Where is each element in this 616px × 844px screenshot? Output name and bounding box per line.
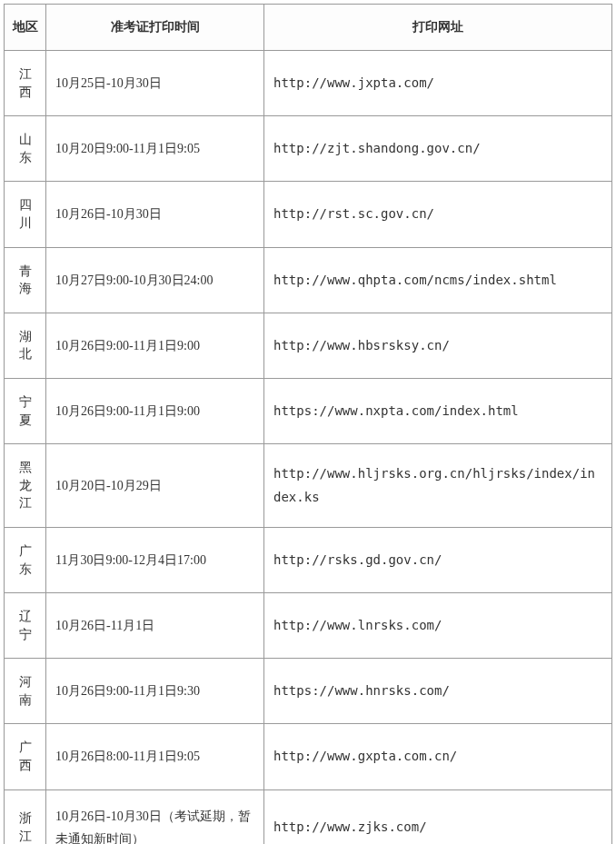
time-cell: 10月26日8:00-11月1日9:05 xyxy=(46,724,264,789)
region-cell: 辽 宁 xyxy=(5,593,46,659)
header-region: 地区 xyxy=(5,5,46,51)
table-row: 宁 夏10月26日9:00-11月1日9:00https://www.nxpta… xyxy=(5,378,612,443)
time-cell: 10月25日-10月30日 xyxy=(46,51,264,116)
table-row: 广 东11月30日9:00-12月4日17:00http://rsks.gd.g… xyxy=(5,527,612,592)
table-row: 广 西10月26日8:00-11月1日9:05http://www.gxpta.… xyxy=(5,724,612,789)
header-time: 准考证打印时间 xyxy=(46,5,264,51)
url-cell: http://rsks.gd.gov.cn/ xyxy=(264,527,612,592)
table-header-row: 地区 准考证打印时间 打印网址 xyxy=(5,5,612,51)
time-cell: 11月30日9:00-12月4日17:00 xyxy=(46,527,264,592)
table-row: 湖 北10月26日9:00-11月1日9:00http://www.hbsrsk… xyxy=(5,313,612,378)
url-cell: http://www.qhpta.com/ncms/index.shtml xyxy=(264,247,612,313)
region-cell: 河 南 xyxy=(5,659,46,724)
url-cell: http://zjt.shandong.gov.cn/ xyxy=(264,116,612,182)
time-cell: 10月26日-10月30日（考试延期，暂未通知新时间） xyxy=(46,789,264,844)
table-row: 黑 龙 江10月20日-10月29日http://www.hljrsks.org… xyxy=(5,444,612,528)
time-cell: 10月26日-10月30日 xyxy=(46,182,264,247)
time-cell: 10月26日9:00-11月1日9:00 xyxy=(46,313,264,378)
table-row: 浙 江10月26日-10月30日（考试延期，暂未通知新时间）http://www… xyxy=(5,789,612,844)
time-cell: 10月20日-10月29日 xyxy=(46,444,264,528)
url-cell: http://www.gxpta.com.cn/ xyxy=(264,724,612,789)
region-cell: 广 西 xyxy=(5,724,46,789)
region-cell: 浙 江 xyxy=(5,789,46,844)
region-cell: 宁 夏 xyxy=(5,378,46,443)
table-row: 四 川10月26日-10月30日http://rst.sc.gov.cn/ xyxy=(5,182,612,247)
region-cell: 广 东 xyxy=(5,527,46,592)
time-cell: 10月26日9:00-11月1日9:30 xyxy=(46,659,264,724)
time-cell: 10月26日9:00-11月1日9:00 xyxy=(46,378,264,443)
url-cell: http://rst.sc.gov.cn/ xyxy=(264,182,612,247)
region-cell: 湖 北 xyxy=(5,313,46,378)
url-cell: http://www.lnrsks.com/ xyxy=(264,593,612,659)
url-cell: http://www.zjks.com/ xyxy=(264,789,612,844)
region-cell: 江 西 xyxy=(5,51,46,116)
url-cell: http://www.jxpta.com/ xyxy=(264,51,612,116)
table-row: 河 南10月26日9:00-11月1日9:30https://www.hnrsk… xyxy=(5,659,612,724)
region-cell: 四 川 xyxy=(5,182,46,247)
time-cell: 10月20日9:00-11月1日9:05 xyxy=(46,116,264,182)
url-cell: https://www.nxpta.com/index.html xyxy=(264,378,612,443)
table-row: 江 西10月25日-10月30日http://www.jxpta.com/ xyxy=(5,51,612,116)
url-cell: http://www.hljrsks.org.cn/hljrsks/index/… xyxy=(264,444,612,528)
url-cell: https://www.hnrsks.com/ xyxy=(264,659,612,724)
url-cell: http://www.hbsrsksy.cn/ xyxy=(264,313,612,378)
print-schedule-table: 地区 准考证打印时间 打印网址 江 西10月25日-10月30日http://w… xyxy=(4,4,612,844)
region-cell: 黑 龙 江 xyxy=(5,444,46,528)
table-row: 辽 宁10月26日-11月1日http://www.lnrsks.com/ xyxy=(5,593,612,659)
table-row: 山 东10月20日9:00-11月1日9:05http://zjt.shando… xyxy=(5,116,612,182)
time-cell: 10月26日-11月1日 xyxy=(46,593,264,659)
table-row: 青 海10月27日9:00-10月30日24:00http://www.qhpt… xyxy=(5,247,612,313)
region-cell: 山 东 xyxy=(5,116,46,182)
region-cell: 青 海 xyxy=(5,247,46,313)
time-cell: 10月27日9:00-10月30日24:00 xyxy=(46,247,264,313)
header-url: 打印网址 xyxy=(264,5,612,51)
